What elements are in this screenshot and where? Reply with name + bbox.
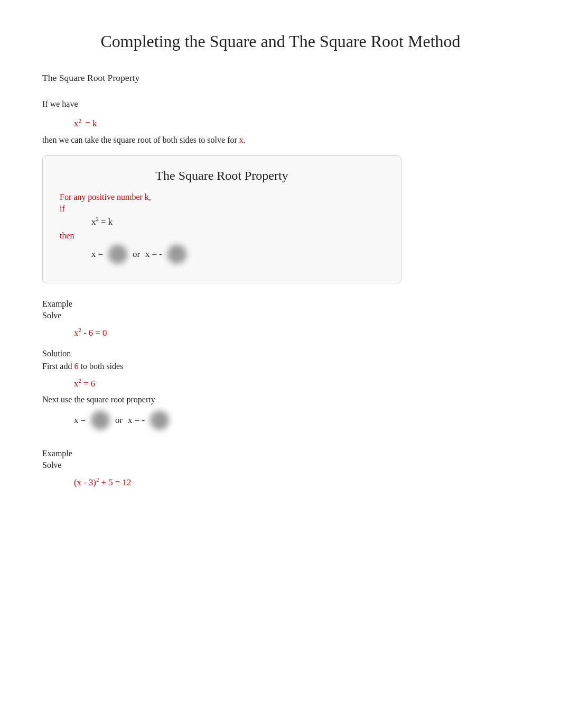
property-equation: x2 = k bbox=[91, 216, 384, 227]
blurred-sol1-positive bbox=[91, 411, 110, 430]
solution1-equation: x2 = 6 bbox=[74, 377, 519, 389]
section-heading: The Square Root Property bbox=[42, 72, 519, 84]
description-text: then we can take the square root of both… bbox=[42, 135, 519, 145]
property-box-title: The Square Root Property bbox=[60, 169, 384, 183]
example2-equation: (x - 3)2 + 5 = 12 bbox=[74, 476, 519, 488]
example1-label: Example bbox=[42, 299, 519, 309]
x-negative-label: x = - bbox=[145, 249, 162, 260]
intro-text: If we have bbox=[42, 99, 519, 109]
blurred-sol1-negative bbox=[150, 411, 169, 430]
property-box: The Square Root Property For any positiv… bbox=[42, 155, 401, 284]
sol1-x-neg: x = - bbox=[128, 415, 145, 426]
or-label-box: or bbox=[133, 249, 140, 260]
blurred-sqrt-negative bbox=[167, 245, 186, 264]
example1-solve: Solve bbox=[42, 311, 519, 320]
blurred-sqrt-positive bbox=[108, 245, 127, 264]
solution1-results: x = or x = - bbox=[74, 411, 519, 430]
x-equals-label: x = bbox=[91, 249, 103, 260]
example2-solve: Solve bbox=[42, 460, 519, 470]
page-title: Completing the Square and The Square Roo… bbox=[42, 32, 519, 51]
sol1-x-eq: x = bbox=[74, 415, 86, 426]
solution1-step2: Next use the square root property bbox=[42, 395, 519, 404]
sol1-or-label: or bbox=[115, 415, 123, 426]
property-solutions: x = or x = - bbox=[91, 245, 384, 264]
property-if: if bbox=[60, 204, 384, 214]
example1-equation: x2 - 6 = 0 bbox=[74, 327, 519, 338]
solution1-label: Solution bbox=[42, 349, 519, 358]
property-then: then bbox=[60, 231, 384, 241]
example2-label: Example bbox=[42, 449, 519, 458]
property-for-any: For any positive number k, bbox=[60, 192, 384, 202]
equation-x2-equals-k: x2 = k bbox=[74, 117, 519, 129]
solution1-step1: First add 6 to both sides bbox=[42, 362, 519, 371]
